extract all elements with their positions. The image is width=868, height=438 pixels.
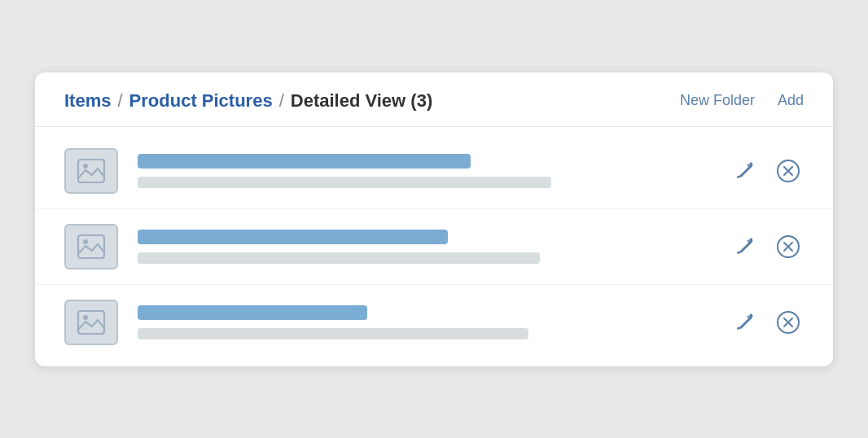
breadcrumb: Items / Product Pictures / Detailed View… [64, 90, 432, 112]
edit-button[interactable] [732, 158, 758, 184]
delete-button[interactable] [773, 231, 804, 262]
breadcrumb-detail: Detailed View (3) [291, 90, 432, 112]
secondary-bar [138, 252, 540, 264]
header: Items / Product Pictures / Detailed View… [35, 72, 833, 127]
edit-icon [734, 160, 756, 182]
list-item [35, 209, 833, 285]
item-content [138, 154, 712, 188]
breadcrumb-items[interactable]: Items [64, 90, 111, 112]
secondary-bar [138, 328, 528, 339]
close-circle-icon [774, 157, 802, 185]
list-item [35, 134, 833, 209]
edit-button[interactable] [732, 234, 758, 260]
svg-point-7 [83, 315, 88, 320]
header-actions: New Folder Add [680, 92, 804, 109]
item-actions [732, 155, 804, 186]
breadcrumb-product[interactable]: Product Pictures [129, 90, 273, 112]
secondary-bar [138, 177, 551, 188]
delete-button[interactable] [773, 307, 804, 338]
close-circle-icon [774, 233, 802, 261]
thumbnail [64, 300, 118, 345]
breadcrumb-sep1: / [117, 90, 122, 112]
delete-button[interactable] [773, 155, 804, 186]
item-content [138, 305, 712, 339]
add-button[interactable]: Add [778, 92, 804, 109]
svg-point-1 [83, 164, 88, 169]
close-circle-icon [774, 309, 802, 336]
primary-bar [138, 230, 448, 244]
edit-icon [734, 311, 756, 334]
item-list [35, 127, 833, 366]
item-actions [732, 307, 804, 338]
thumbnail [64, 148, 118, 194]
list-item [35, 285, 833, 360]
svg-point-4 [83, 239, 88, 244]
primary-bar [138, 305, 367, 320]
main-card: Items / Product Pictures / Detailed View… [35, 72, 833, 366]
image-icon [76, 231, 107, 262]
item-actions [732, 231, 804, 262]
edit-icon [734, 235, 756, 258]
primary-bar [138, 154, 471, 169]
thumbnail [64, 224, 118, 269]
image-icon [76, 307, 107, 338]
breadcrumb-sep2: / [279, 90, 284, 112]
item-content [138, 230, 712, 264]
edit-button[interactable] [732, 309, 758, 335]
image-icon [76, 155, 107, 186]
new-folder-button[interactable]: New Folder [680, 92, 755, 109]
